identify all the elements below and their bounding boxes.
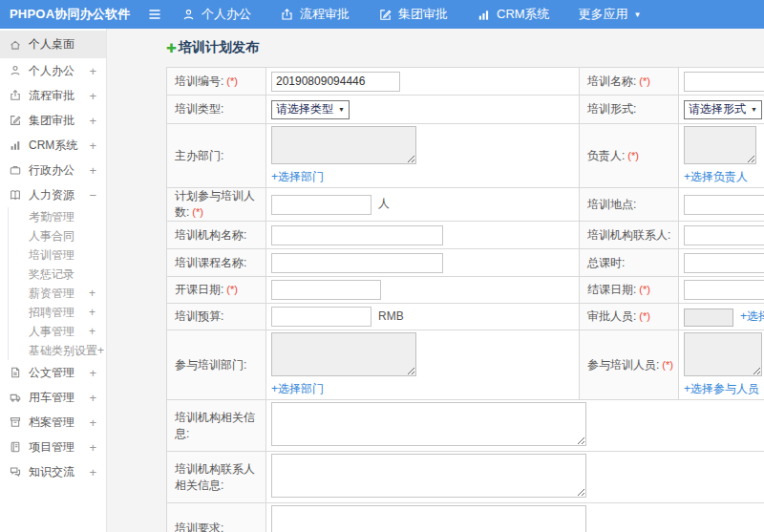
nav-item-more-apps[interactable]: 更多应用 ▼ [579, 6, 642, 23]
end-date-label: 结课日期:(*) [580, 277, 679, 304]
sidebar-item-project-mgmt[interactable]: 项目管理 + [0, 435, 106, 459]
form-row-dept-leader: 主办部门: +选择部门 负责人:(*) +选择负责人 [167, 124, 764, 188]
leader-textarea[interactable] [684, 126, 756, 164]
required-marker: (*) [627, 150, 639, 161]
sidebar-item-desktop[interactable]: 个人桌面 [0, 31, 106, 58]
select-dept-link[interactable]: +选择部门 [271, 169, 324, 185]
org-name-input[interactable] [271, 225, 443, 245]
hamburger-menu-icon[interactable] [147, 7, 166, 22]
requirement-textarea[interactable] [271, 505, 586, 532]
sidebar-item-label: 个人桌面 [29, 36, 74, 53]
expand-icon[interactable]: + [89, 441, 96, 454]
sidebar-subitem-recruitment[interactable]: 招聘管理+ [9, 303, 106, 322]
join-person-textarea[interactable] [684, 332, 762, 376]
sidebar-item-group-approval[interactable]: 集团审批 + [0, 108, 106, 133]
sidebar-subitem-training[interactable]: 培训管理 [9, 245, 106, 265]
top-navigation: 个人办公 流程审批 集团审批 CRM系统 更多应用 ▼ [181, 6, 670, 23]
nav-item-crm-system[interactable]: CRM系统 [477, 6, 550, 23]
form-row-code-name: 培训编号:(*) 培训名称:(*) [167, 68, 764, 96]
approver-input[interactable] [684, 309, 733, 327]
expand-icon[interactable]: + [89, 466, 96, 479]
form-row-course-hours: 培训课程名称: 总课时: [167, 249, 764, 277]
expand-icon[interactable]: + [89, 392, 96, 404]
form-row-budget-approver: 培训预算: RMB 审批人员:(*) +选择审批人员 [167, 304, 764, 330]
name-label: 培训名称:(*) [580, 68, 679, 96]
sidebar-subitem-reward-punishment[interactable]: 奖惩记录 [9, 265, 106, 284]
host-dept-textarea[interactable] [271, 126, 416, 164]
expand-icon[interactable]: + [89, 139, 96, 152]
total-hours-input[interactable] [684, 253, 764, 273]
sidebar-item-knowledge-exchange[interactable]: 知识交流 + [0, 459, 106, 484]
sidebar-item-label: 个人办公 [29, 63, 74, 79]
total-hours-label: 总课时: [580, 249, 679, 277]
sidebar-item-archive-mgmt[interactable]: 档案管理 + [0, 410, 106, 435]
org-contact-info-textarea[interactable] [271, 454, 586, 498]
user-icon [9, 64, 22, 77]
mode-label: 培训形式: [580, 96, 679, 124]
sidebar-item-document-mgmt[interactable]: 公文管理 + [0, 360, 106, 385]
upload-icon [9, 89, 22, 102]
select-join-person-link[interactable]: +选择参与人员 [684, 381, 759, 397]
sidebar-subitem-base-category[interactable]: 基础类别设置+ [9, 341, 106, 360]
location-input[interactable] [684, 195, 764, 215]
expand-icon[interactable]: + [97, 345, 104, 356]
join-dept-textarea[interactable] [271, 332, 416, 376]
planned-count-label: 计划参与培训人数:(*) [167, 188, 266, 222]
training-type-select[interactable]: 请选择类型▼ [271, 100, 350, 119]
form-row-count-location: 计划参与培训人数:(*) 人 培训地点: [167, 188, 764, 222]
nav-label: 个人办公 [202, 6, 251, 23]
course-name-input[interactable] [271, 253, 443, 273]
sidebar-item-workflow-approval[interactable]: 流程审批 + [0, 83, 106, 108]
required-marker: (*) [192, 206, 203, 218]
select-join-dept-link[interactable]: +选择部门 [271, 381, 324, 397]
expand-icon[interactable]: + [89, 90, 96, 102]
expand-icon[interactable]: + [89, 164, 96, 177]
app-logo: PHPOA协同办公软件 [0, 6, 143, 23]
select-approver-link[interactable]: +选择审批人员 [740, 309, 764, 325]
org-contact-input[interactable] [684, 225, 764, 245]
sidebar-item-personal-office[interactable]: 个人办公 + [0, 58, 106, 83]
expand-icon[interactable]: + [89, 367, 96, 379]
caret-down-icon: ▼ [338, 106, 345, 113]
sidebar-subitem-label: 人事合同 [29, 228, 74, 245]
expand-icon[interactable]: + [89, 115, 96, 127]
sidebar-item-label: 用车管理 [29, 390, 74, 406]
budget-input[interactable] [271, 307, 371, 327]
expand-icon[interactable]: + [89, 416, 96, 429]
org-info-label: 培训机构相关信息: [167, 400, 266, 452]
sidebar-item-label: 人力资源 [29, 187, 74, 203]
nav-item-personal-office[interactable]: 个人办公 [181, 6, 251, 23]
select-leader-link[interactable]: +选择负责人 [684, 169, 748, 185]
sidebar: 个人桌面 个人办公 + 流程审批 + 集团审批 + CRM系统 + 行政办公 +… [0, 29, 107, 532]
training-mode-select[interactable]: 请选择形式▼ [684, 100, 762, 119]
sidebar-item-hr[interactable]: 人力资源 − [0, 182, 106, 207]
sidebar-subitem-label: 招聘管理 [29, 305, 74, 321]
sidebar-subitem-salary[interactable]: 薪资管理+ [9, 284, 106, 303]
plus-icon: ✚ [166, 41, 177, 55]
collapse-icon[interactable]: − [89, 189, 96, 202]
name-input[interactable] [684, 72, 764, 92]
expand-icon[interactable]: + [89, 307, 96, 318]
sidebar-subitem-personnel[interactable]: 人事管理+ [9, 322, 106, 341]
sidebar-subitem-attendance[interactable]: 考勤管理 [9, 207, 106, 226]
expand-icon[interactable]: + [89, 65, 96, 77]
truck-icon [9, 391, 22, 404]
unit-suffix: 人 [378, 197, 390, 210]
expand-icon[interactable]: + [89, 287, 96, 299]
budget-label: 培训预算: [167, 304, 266, 330]
sidebar-subitem-hr-contract[interactable]: 人事合同 [9, 226, 106, 245]
form-row-requirement: 培训要求: [167, 503, 764, 532]
start-date-input[interactable] [271, 280, 381, 300]
sidebar-item-vehicle-mgmt[interactable]: 用车管理 + [0, 385, 106, 410]
planned-count-input[interactable] [271, 195, 371, 215]
org-info-textarea[interactable] [271, 402, 586, 446]
end-date-input[interactable] [684, 280, 764, 300]
expand-icon[interactable]: + [89, 326, 96, 337]
sidebar-item-admin-office[interactable]: 行政办公 + [0, 158, 106, 182]
required-marker: (*) [662, 359, 673, 371]
nav-item-workflow-approval[interactable]: 流程审批 [280, 6, 350, 23]
org-name-label: 培训机构名称: [167, 222, 266, 249]
sidebar-item-crm-system[interactable]: CRM系统 + [0, 133, 106, 158]
code-input[interactable] [271, 72, 400, 92]
nav-item-group-approval[interactable]: 集团审批 [378, 6, 448, 23]
